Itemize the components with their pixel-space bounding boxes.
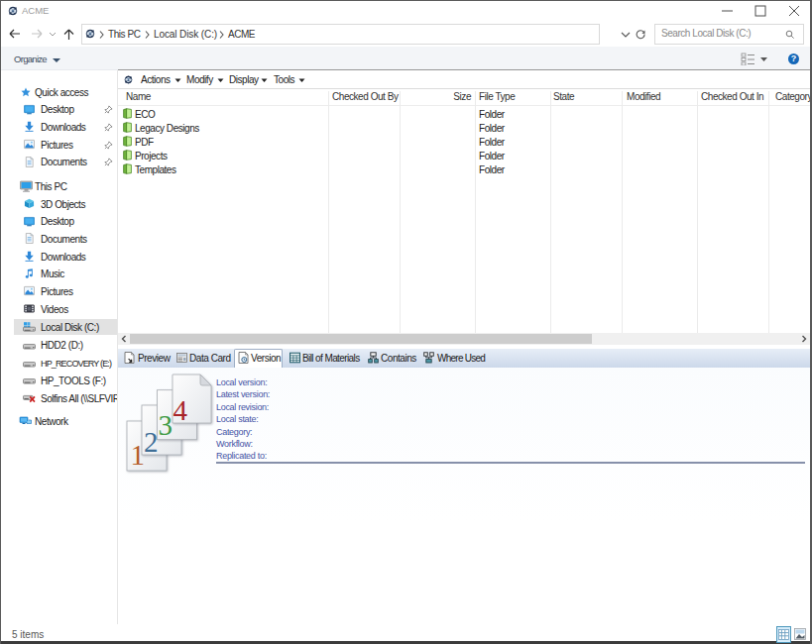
svg-text:1: 1: [131, 439, 146, 471]
svg-text:4: 4: [174, 394, 188, 426]
svg-text:3: 3: [159, 409, 174, 441]
svg-text:2: 2: [144, 426, 159, 458]
